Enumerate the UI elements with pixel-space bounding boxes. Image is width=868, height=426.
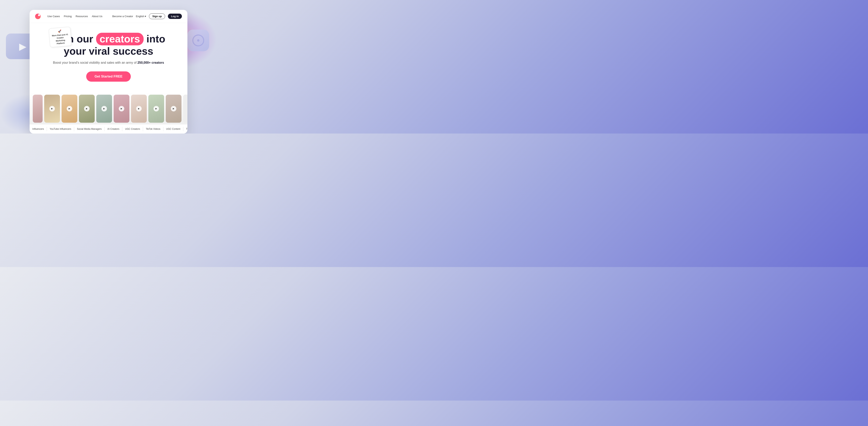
hero-title-line2: your viral success (64, 45, 153, 57)
hero-subtitle-bold: 250,000+ creators (137, 61, 164, 64)
play-button-icon[interactable]: ▶ (101, 106, 107, 111)
category-tag-tiktok-videos[interactable]: TikTok Videos (143, 127, 163, 131)
badge-text: More than just #1 Creator Marketing Plat… (52, 33, 68, 44)
page-wrapper: ♪ Use Cases Pricing Resources About Us B… (0, 10, 217, 133)
logo-icon (35, 13, 41, 19)
hero-section: More than just #1 Creator Marketing Plat… (30, 23, 187, 92)
category-tags-strip: Influencers YouTube Influencers Social M… (30, 124, 187, 133)
category-tag-ugc-content[interactable]: UGC Content (163, 127, 183, 131)
video-card[interactable]: ▶ (131, 95, 147, 123)
cta-button[interactable]: Get Started FREE (86, 71, 131, 81)
video-card[interactable]: ▶ (166, 95, 182, 123)
video-card[interactable]: ▶ (96, 95, 112, 123)
nav-pricing[interactable]: Pricing (64, 15, 72, 18)
video-card-partial-left[interactable] (33, 95, 42, 123)
play-button-icon[interactable]: ▶ (136, 106, 142, 111)
instagram-dot-icon (197, 39, 199, 42)
play-button-icon[interactable]: ▶ (171, 106, 176, 111)
videos-strip-outer: ▶ ▶ ▶ ▶ ▶ (30, 92, 187, 124)
nav-use-cases[interactable]: Use Cases (48, 15, 60, 18)
hero-title-part2: into (144, 33, 165, 44)
login-button[interactable]: Log in (168, 13, 182, 19)
play-button-icon[interactable]: ▶ (119, 106, 124, 111)
video-card[interactable]: ▶ (114, 95, 129, 123)
hero-badge: More than just #1 Creator Marketing Plat… (49, 27, 72, 47)
main-card: Use Cases Pricing Resources About Us Bec… (30, 10, 187, 133)
video-card-partial-left-inner (33, 95, 42, 123)
instagram-decoration (187, 30, 209, 51)
logo[interactable] (35, 13, 41, 19)
nav-links: Use Cases Pricing Resources About Us (48, 15, 107, 18)
nav-right: Become a Creator English ▾ Sign up Log i… (112, 13, 182, 19)
video-card[interactable]: ▶ (44, 95, 60, 123)
category-tag-ugc[interactable]: UGC Creators (122, 127, 143, 131)
video-card[interactable]: ▶ (183, 95, 187, 123)
category-tag-youtube[interactable]: YouTube Influencers (47, 127, 74, 131)
nav-resources[interactable]: Resources (75, 15, 88, 18)
category-tag-social-media[interactable]: Social Media Managers (74, 127, 104, 131)
signup-button[interactable]: Sign up (149, 13, 165, 19)
video-card[interactable]: ▶ (148, 95, 164, 123)
nav-about-us[interactable]: About Us (92, 15, 102, 18)
category-tag-ai[interactable]: AI Creators (104, 127, 122, 131)
hero-title-highlight: creators (96, 33, 144, 45)
hero-subtitle: Boost your brand's social visibility and… (41, 60, 176, 65)
become-creator-link[interactable]: Become a Creator (112, 15, 133, 18)
navbar: Use Cases Pricing Resources About Us Bec… (30, 10, 187, 23)
category-tag-influencers[interactable]: Influencers (30, 127, 47, 131)
language-label: English (136, 15, 145, 18)
play-button-icon[interactable]: ▶ (84, 106, 90, 111)
hero-subtitle-prefix: Boost your brand's social visibility and… (53, 61, 137, 64)
instagram-circle-icon (192, 34, 204, 46)
language-chevron-icon: ▾ (145, 15, 146, 18)
play-button-icon[interactable]: ▶ (67, 106, 72, 111)
video-card[interactable]: ▶ (62, 95, 77, 123)
category-tag-tiktok-shop[interactable]: TikTok Shop Affiliates (183, 127, 187, 131)
play-button-icon[interactable]: ▶ (153, 106, 159, 111)
language-selector[interactable]: English ▾ (136, 15, 146, 18)
video-card[interactable]: ▶ (79, 95, 95, 123)
play-button-icon[interactable]: ▶ (49, 106, 55, 111)
